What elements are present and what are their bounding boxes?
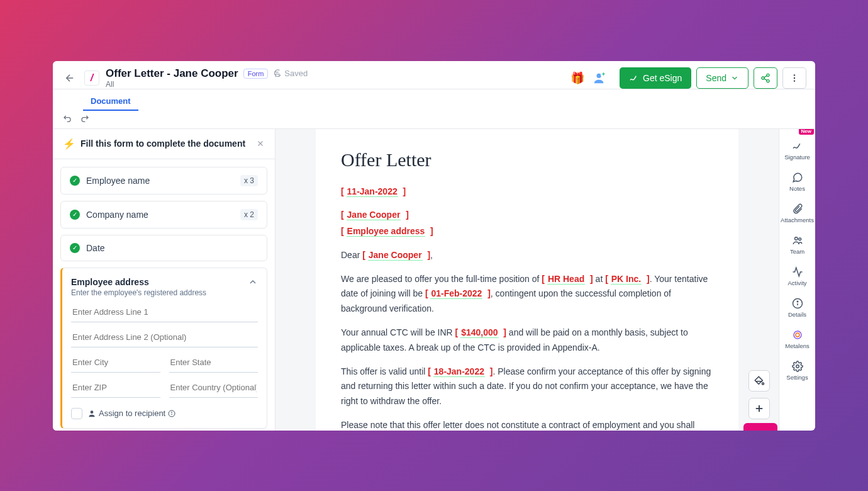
svg-point-14: [798, 237, 801, 240]
city-input[interactable]: [71, 353, 160, 373]
close-sidebar-button[interactable]: [256, 139, 265, 148]
svg-point-5: [767, 79, 769, 82]
get-esign-label: Get eSign: [643, 73, 682, 83]
right-rail: New Signature Notes Attachments Team Act…: [779, 129, 815, 431]
svg-point-6: [794, 74, 795, 76]
field-employee-name[interactable]: ✓ Employee name x 3: [60, 167, 267, 195]
rail-signature[interactable]: Signature: [779, 135, 815, 166]
placeholder-valid-until[interactable]: [ 18-Jan-2022 ]: [428, 366, 492, 377]
field-label: Date: [86, 243, 258, 253]
svg-point-0: [597, 73, 601, 77]
team-icon: [792, 235, 803, 246]
field-label: Company name: [86, 210, 234, 220]
undo-button[interactable]: [63, 113, 73, 123]
address-line2-input[interactable]: [71, 327, 258, 347]
field-date[interactable]: ✓ Date: [60, 235, 267, 261]
svg-point-9: [91, 410, 94, 414]
svg-point-13: [794, 237, 798, 240]
tabs: Document: [53, 93, 138, 111]
state-input[interactable]: [169, 353, 259, 373]
field-employee-address: Employee address Enter the employee's re…: [60, 268, 267, 429]
app-logo: /: [84, 71, 99, 86]
svg-point-8: [794, 80, 795, 81]
svg-point-20: [796, 364, 799, 368]
svg-point-19: [796, 333, 799, 337]
tab-document[interactable]: Document: [83, 93, 138, 111]
check-icon: ✓: [70, 243, 80, 253]
share-button[interactable]: [754, 67, 777, 89]
check-icon: ✓: [70, 210, 80, 220]
placeholder-join-date[interactable]: [ 01-Feb-2022 ]: [425, 288, 491, 299]
gift-icon[interactable]: 🎁: [570, 71, 584, 85]
rail-attachments[interactable]: Attachments: [779, 198, 815, 229]
rail-team[interactable]: Team: [779, 230, 815, 260]
check-icon: ✓: [70, 176, 80, 186]
chevron-up-icon[interactable]: [248, 277, 258, 287]
notes-icon: [792, 172, 803, 183]
form-badge: Form: [243, 69, 269, 79]
placeholder-date[interactable]: [ 11-Jan-2022 ]: [341, 186, 406, 197]
rail-metalens[interactable]: Metalens: [779, 324, 815, 354]
field-count: x 2: [240, 209, 258, 220]
add-collaborator-icon[interactable]: +: [593, 71, 607, 85]
svg-point-4: [762, 77, 764, 79]
rail-activity[interactable]: Activity: [779, 261, 815, 291]
send-button[interactable]: Send: [696, 67, 748, 89]
form-banner-text: Fill this form to complete the document: [81, 138, 251, 149]
svg-point-12: [172, 412, 172, 412]
zip-input[interactable]: [71, 378, 160, 398]
document-preview[interactable]: Offer Letter [ 11-Jan-2022 ] [ Jane Coop…: [275, 129, 779, 431]
placeholder-ctc[interactable]: [ $140,000 ]: [455, 327, 506, 338]
add-button[interactable]: [748, 398, 770, 419]
rail-settings[interactable]: Settings: [779, 356, 815, 386]
lightning-icon: ⚡: [63, 138, 75, 150]
new-badge: New: [799, 129, 814, 135]
expanded-field-subtitle: Enter the employee's registered address: [71, 288, 206, 297]
svg-point-21: [762, 383, 764, 385]
header: / Offer Letter - Jane Cooper Form Saved …: [53, 61, 815, 89]
toolbar: [53, 108, 815, 129]
rail-notes[interactable]: Notes: [779, 167, 815, 197]
placeholder-name[interactable]: [ Jane Cooper ]: [341, 210, 409, 220]
field-count: x 3: [240, 175, 258, 186]
document-title: Offer Letter - Jane Cooper: [106, 67, 238, 80]
document-page: Offer Letter [ 11-Jan-2022 ] [ Jane Coop…: [316, 129, 738, 431]
saved-status: Saved: [273, 69, 308, 78]
redo-button[interactable]: [79, 113, 89, 123]
signature-icon: [792, 140, 803, 152]
breadcrumb[interactable]: All: [106, 80, 308, 89]
svg-point-3: [767, 74, 769, 76]
chevron-down-icon: [730, 74, 739, 82]
svg-point-7: [794, 77, 795, 78]
assign-checkbox[interactable]: [71, 408, 82, 419]
placeholder-role[interactable]: [ HR Head ]: [542, 274, 593, 285]
get-esign-button[interactable]: Get eSign: [620, 67, 691, 89]
back-button[interactable]: [62, 70, 78, 86]
activity-icon: [792, 266, 803, 278]
svg-text:+: +: [602, 71, 605, 77]
document-heading: Offer Letter: [341, 149, 713, 171]
share-icon: [760, 73, 771, 83]
metalens-icon: [792, 329, 803, 341]
country-input[interactable]: [169, 378, 259, 398]
gear-icon: [792, 361, 803, 372]
more-menu-button[interactable]: [782, 67, 806, 89]
saved-text: Saved: [284, 69, 308, 78]
paperclip-icon: [792, 203, 803, 215]
help-fab[interactable]: [743, 423, 777, 431]
rail-details[interactable]: Details: [779, 293, 815, 323]
address-line1-input[interactable]: [71, 302, 258, 322]
field-company-name[interactable]: ✓ Company name x 2: [60, 201, 267, 229]
placeholder-greeting-name[interactable]: [ Jane Cooper ]: [362, 250, 430, 261]
paint-bucket-button[interactable]: [748, 370, 770, 392]
assign-label: Assign to recipient: [87, 409, 175, 418]
svg-point-17: [797, 301, 798, 302]
placeholder-company[interactable]: [ PK Inc. ]: [605, 274, 649, 285]
paint-bucket-icon: [754, 375, 765, 387]
svg-point-18: [794, 331, 801, 339]
person-icon: [87, 409, 96, 418]
placeholder-address[interactable]: [ Employee address ]: [341, 226, 433, 237]
send-label: Send: [706, 73, 726, 83]
more-vertical-icon: [789, 73, 799, 83]
field-label: Employee name: [86, 176, 234, 186]
